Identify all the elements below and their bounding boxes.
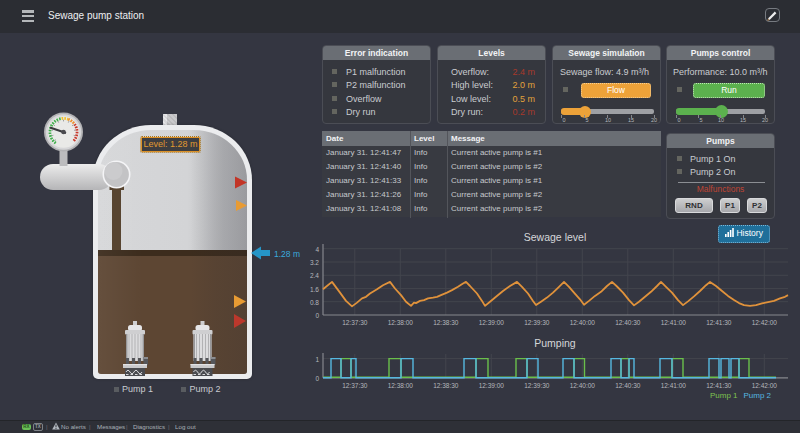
svg-text:12:42:00: 12:42:00 bbox=[752, 382, 778, 389]
svg-text:3.2: 3.2 bbox=[310, 259, 319, 266]
svg-text:12:42:00: 12:42:00 bbox=[752, 319, 778, 326]
svg-text:4: 4 bbox=[315, 246, 319, 253]
svg-text:0.8: 0.8 bbox=[310, 299, 319, 306]
svg-text:Pump 2: Pump 2 bbox=[744, 391, 772, 400]
svg-text:12:41:30: 12:41:30 bbox=[706, 319, 732, 326]
svg-text:12:40:00: 12:40:00 bbox=[570, 319, 596, 326]
svg-text:12:41:30: 12:41:30 bbox=[706, 382, 732, 389]
svg-text:12:39:30: 12:39:30 bbox=[524, 319, 550, 326]
svg-text:0: 0 bbox=[315, 312, 319, 319]
svg-text:12:39:30: 12:39:30 bbox=[524, 382, 550, 389]
svg-text:12:38:30: 12:38:30 bbox=[433, 319, 459, 326]
svg-text:12:37:30: 12:37:30 bbox=[342, 382, 368, 389]
svg-text:12:38:00: 12:38:00 bbox=[388, 382, 414, 389]
svg-text:12:38:30: 12:38:30 bbox=[433, 382, 459, 389]
svg-text:12:41:00: 12:41:00 bbox=[661, 382, 687, 389]
svg-text:2.4: 2.4 bbox=[310, 272, 319, 279]
svg-text:Sewage level: Sewage level bbox=[524, 231, 586, 243]
svg-text:12:38:00: 12:38:00 bbox=[388, 319, 414, 326]
svg-text:12:37:30: 12:37:30 bbox=[342, 319, 368, 326]
svg-text:12:39:00: 12:39:00 bbox=[479, 382, 505, 389]
svg-text:12:41:00: 12:41:00 bbox=[661, 319, 687, 326]
svg-text:Pumping: Pumping bbox=[534, 337, 576, 349]
svg-text:12:40:30: 12:40:30 bbox=[615, 382, 641, 389]
svg-text:1: 1 bbox=[315, 356, 319, 363]
svg-text:1.6: 1.6 bbox=[310, 286, 319, 293]
svg-text:12:40:30: 12:40:30 bbox=[615, 319, 641, 326]
svg-text:Pump 1: Pump 1 bbox=[710, 391, 738, 400]
svg-text:12:39:00: 12:39:00 bbox=[479, 319, 505, 326]
svg-text:0: 0 bbox=[315, 375, 319, 382]
svg-text:12:40:00: 12:40:00 bbox=[570, 382, 596, 389]
